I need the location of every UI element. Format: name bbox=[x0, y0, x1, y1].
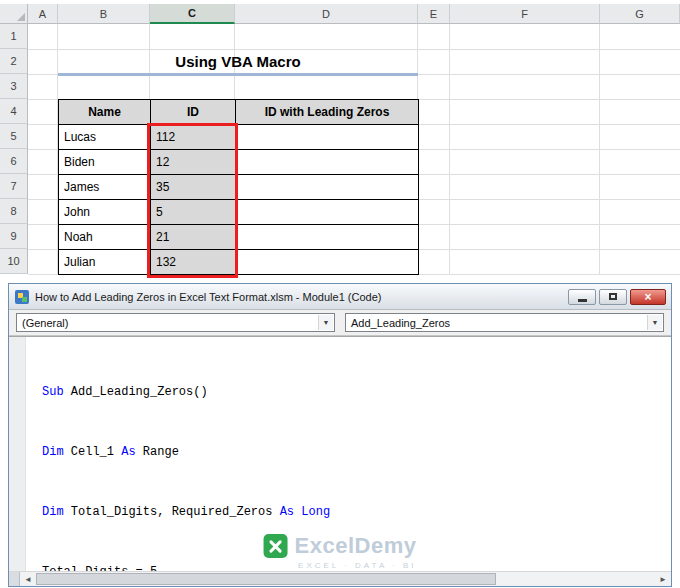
vba-window-title: How to Add Leading Zeros in Excel Text F… bbox=[35, 291, 565, 303]
column-header[interactable]: D bbox=[235, 4, 418, 24]
column-header[interactable]: G bbox=[600, 4, 680, 24]
scroll-left-button[interactable]: ◄ bbox=[20, 572, 36, 586]
code-line[interactable]: Sub Add_Leading_Zeros() bbox=[42, 385, 604, 400]
data-table: Name ID ID with Leading Zeros Lucas 112 … bbox=[58, 99, 419, 275]
column-header-row: A B C D E F G bbox=[0, 4, 680, 24]
code-line[interactable]: Dim Total_Digits, Required_Zeros As Long bbox=[42, 505, 604, 520]
sheet-title-cell[interactable]: Using VBA Macro bbox=[58, 49, 418, 74]
object-dropdown-value: (General) bbox=[22, 317, 68, 329]
row-header[interactable]: 5 bbox=[0, 124, 28, 149]
select-all-corner[interactable] bbox=[0, 4, 28, 24]
window-controls: × bbox=[565, 289, 666, 305]
row-header-column: 1 2 3 4 5 6 7 8 9 10 bbox=[0, 24, 28, 274]
minimize-button[interactable] bbox=[568, 289, 596, 305]
column-header[interactable]: F bbox=[450, 4, 600, 24]
row-header[interactable]: 2 bbox=[0, 49, 28, 74]
row-header[interactable]: 8 bbox=[0, 199, 28, 224]
restore-icon bbox=[609, 293, 617, 300]
scroll-right-button[interactable]: ► bbox=[655, 572, 671, 586]
scrollbar-split-handle[interactable] bbox=[9, 572, 20, 586]
column-header[interactable]: B bbox=[58, 4, 150, 24]
screenshot-root: A B C D E F G 1 2 3 4 bbox=[0, 0, 680, 588]
vba-combo-bar: (General) ▼ Add_Leading_Zeros ▼ bbox=[9, 310, 671, 336]
procedure-dropdown-value: Add_Leading_Zeros bbox=[351, 317, 450, 329]
code-margin-strip bbox=[9, 337, 26, 586]
name-cell[interactable]: Biden bbox=[59, 150, 151, 175]
row-header[interactable]: 9 bbox=[0, 224, 28, 249]
row-header[interactable]: 6 bbox=[0, 149, 28, 174]
row-header[interactable]: 4 bbox=[0, 99, 28, 124]
zeros-cell[interactable] bbox=[236, 150, 419, 175]
name-cell[interactable]: Lucas bbox=[59, 125, 151, 150]
horizontal-scrollbar: ◄ ► bbox=[9, 571, 671, 586]
selection-highlight-box bbox=[147, 123, 238, 278]
row-header[interactable]: 1 bbox=[0, 24, 28, 49]
zeros-cell[interactable] bbox=[236, 250, 419, 275]
title-underline bbox=[58, 73, 418, 76]
column-header[interactable]: E bbox=[418, 4, 450, 24]
zeros-cell[interactable] bbox=[236, 125, 419, 150]
column-header[interactable]: A bbox=[28, 4, 58, 24]
column-header[interactable]: C bbox=[150, 4, 235, 24]
vba-code-block[interactable]: Sub Add_Leading_Zeros() Dim Cell_1 As Ra… bbox=[26, 340, 604, 586]
vba-titlebar[interactable]: How to Add Leading Zeros in Excel Text F… bbox=[9, 284, 671, 310]
row-header[interactable]: 7 bbox=[0, 174, 28, 199]
code-editor[interactable]: ExcelDemy EXCEL · DATA · BI Sub Add_Lead… bbox=[9, 336, 671, 586]
scrollbar-thumb[interactable] bbox=[36, 573, 496, 585]
scrollbar-track bbox=[496, 572, 655, 586]
table-header-id[interactable]: ID bbox=[151, 100, 236, 125]
object-dropdown[interactable]: (General) ▼ bbox=[16, 313, 335, 332]
minimize-icon bbox=[578, 299, 587, 302]
chevron-down-icon[interactable]: ▼ bbox=[318, 315, 333, 330]
table-header-zeros[interactable]: ID with Leading Zeros bbox=[236, 100, 419, 125]
row-header[interactable]: 10 bbox=[0, 249, 28, 274]
close-button[interactable]: × bbox=[630, 289, 666, 305]
vba-app-icon bbox=[14, 289, 30, 305]
name-cell[interactable]: Julian bbox=[59, 250, 151, 275]
excel-sheet: A B C D E F G 1 2 3 4 bbox=[0, 4, 680, 284]
restore-button[interactable] bbox=[599, 289, 627, 305]
name-cell[interactable]: John bbox=[59, 200, 151, 225]
zeros-cell[interactable] bbox=[236, 225, 419, 250]
zeros-cell[interactable] bbox=[236, 200, 419, 225]
row-header[interactable]: 3 bbox=[0, 74, 28, 99]
table-header-name[interactable]: Name bbox=[59, 100, 151, 125]
code-line[interactable]: Dim Cell_1 As Range bbox=[42, 445, 604, 460]
name-cell[interactable]: James bbox=[59, 175, 151, 200]
name-cell[interactable]: Noah bbox=[59, 225, 151, 250]
chevron-down-icon[interactable]: ▼ bbox=[647, 315, 662, 330]
close-icon: × bbox=[644, 291, 651, 303]
procedure-dropdown[interactable]: Add_Leading_Zeros ▼ bbox=[345, 313, 664, 332]
zeros-cell[interactable] bbox=[236, 175, 419, 200]
vba-editor-window: How to Add Leading Zeros in Excel Text F… bbox=[8, 283, 672, 587]
